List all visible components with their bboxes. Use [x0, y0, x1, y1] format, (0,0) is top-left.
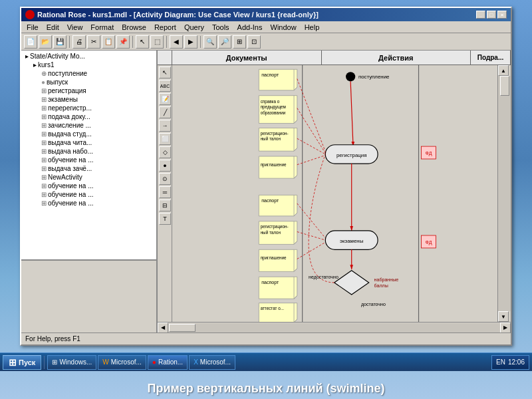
tree-item-kurs1[interactable]: ▸ kurs1 — [23, 61, 155, 69]
tree-item-stateactivity[interactable]: ▸ State/Activity Mo... — [23, 52, 155, 61]
menu-format[interactable]: Format — [86, 23, 118, 32]
tree-item-vydacha-stud[interactable]: ⊞ выдача студ... — [23, 130, 155, 138]
tree-item-vydacha-nab[interactable]: ⊞ выдача набо... — [23, 147, 155, 156]
decision-diamond — [334, 271, 369, 295]
taskbar-btn-microsof1[interactable]: W Microsof... — [98, 355, 146, 370]
tool-decision[interactable]: ◇ — [159, 146, 171, 158]
tree-item-podacha[interactable]: ⊞ подача доку... — [23, 112, 155, 121]
taskbar-btn-icon4: X — [194, 358, 198, 366]
h-scroll-thumb[interactable] — [169, 324, 196, 332]
menu-tools[interactable]: Tools — [208, 23, 233, 32]
toolbar-copy[interactable]: 📋 — [102, 35, 115, 49]
tool-final[interactable]: ⊙ — [159, 173, 171, 185]
scroll-right-btn[interactable]: ▶ — [500, 323, 511, 333]
minimize-button[interactable]: _ — [476, 11, 485, 19]
menu-help[interactable]: Help — [301, 23, 324, 32]
swimlane-header-docs: Документы — [172, 51, 322, 65]
tool-state[interactable]: ⬜ — [159, 133, 171, 145]
toolbar-arrow[interactable]: ↖ — [136, 35, 149, 49]
toolbar-open[interactable]: 📂 — [39, 35, 52, 49]
note-pasport-1-text: паспорт — [261, 72, 279, 78]
tree-item-vydacha-zach[interactable]: ⊞ выдача зачё... — [23, 164, 155, 173]
tool-line[interactable]: ╱ — [159, 106, 171, 118]
swimlane-header-dept: Подра... — [471, 51, 511, 65]
toolbar-zoom-out[interactable]: 🔎 — [218, 35, 231, 49]
taskbar-btn-windows[interactable]: ⊞ Windows... — [47, 355, 96, 370]
menu-addins[interactable]: Add-Ins — [233, 23, 267, 32]
scroll-left-btn[interactable]: ◀ — [158, 323, 168, 333]
toolbar-print[interactable]: 🖨 — [72, 35, 86, 49]
toolbar-fit[interactable]: ⊞ — [233, 35, 246, 49]
start-button[interactable]: ⊞ Пуск — [3, 355, 41, 370]
tree-item-zachis[interactable]: ⊞ зачисление ... — [23, 121, 155, 130]
status-bar: For Help, press F1 — [21, 332, 511, 344]
tree-item-obuch4[interactable]: ⊞ обучение на ... — [23, 199, 155, 207]
tree-item-vypusk[interactable]: ● выпуск — [23, 78, 155, 86]
taskbar-btn-microsof2[interactable]: X Microsof... — [189, 355, 235, 370]
tree-item-reg[interactable]: ⊞ регистрация — [23, 86, 155, 95]
tree-item-exam[interactable]: ⊞ экзамены — [23, 95, 155, 104]
tree-item-postupl[interactable]: ⊕ поступление — [23, 69, 155, 78]
toolbar-cut[interactable]: ✂ — [87, 35, 100, 49]
content-area: ▸ State/Activity Mo... ▸ kurs1 ⊕ поступл… — [21, 51, 511, 332]
scroll-down-btn[interactable]: ▼ — [498, 311, 509, 322]
note-prigl-2 — [259, 249, 297, 271]
menu-file[interactable]: File — [23, 23, 43, 32]
menu-browse[interactable]: Browse — [118, 23, 150, 32]
tree-item-label: обучение на ... — [48, 200, 94, 207]
toolbar-paste[interactable]: 📌 — [116, 35, 130, 49]
toolbar-overview[interactable]: ⊡ — [247, 35, 261, 49]
bottom-caption: Пример вертикальных линий (swimline) — [0, 382, 532, 396]
swimlane-dept-label: Подра... — [477, 54, 504, 61]
toolbar-fwd[interactable]: ▶ — [184, 35, 198, 49]
tool-note[interactable]: 📝 — [159, 93, 171, 105]
menu-view[interactable]: View — [63, 23, 87, 32]
tree-folder-icon: ⊞ — [41, 182, 47, 190]
swimlane-headers: Документы Действия Подра... — [158, 51, 511, 65]
sys-tray: EN 12:06 — [491, 355, 529, 370]
tool-swimlane[interactable]: ⊟ — [159, 200, 171, 211]
tree-item-label: перерегистр... — [48, 104, 92, 112]
taskbar-btn-ration[interactable]: ● Ration... — [148, 355, 188, 370]
scroll-track — [498, 76, 511, 311]
status-text: For Help, press F1 — [25, 335, 80, 342]
nabr-label1: набранные — [374, 277, 399, 283]
menu-window[interactable]: Window — [267, 23, 301, 32]
maximize-button[interactable]: □ — [487, 11, 496, 19]
window-title: Rational Rose - kurs1.mdl - [Activity Di… — [37, 11, 319, 19]
toolbar-select[interactable]: ⬚ — [150, 35, 164, 49]
tool-initial[interactable]: ● — [159, 160, 171, 172]
tree-item-label: экзамены — [48, 96, 78, 103]
tree-item-obuch3[interactable]: ⊞ обучение на ... — [23, 190, 155, 199]
tool-sync[interactable]: ═ — [159, 186, 171, 198]
scroll-up-btn[interactable]: ▲ — [498, 65, 509, 76]
tree-leaf-icon: ⊞ — [41, 104, 47, 112]
toolbar-back[interactable]: ◀ — [170, 35, 183, 49]
tree-item-rereg[interactable]: ⊞ перерегистр... — [23, 104, 155, 112]
tree-item-obuch1[interactable]: ⊞ обучение на ... — [23, 156, 155, 164]
tool-text[interactable]: T — [159, 213, 171, 225]
toolbar-zoom-in[interactable]: 🔍 — [203, 35, 217, 49]
tree-item-obuch2[interactable]: ⊞ обучение на ... — [23, 182, 155, 190]
tree-item-vydacha-chit[interactable]: ⊞ выдача чита... — [23, 138, 155, 147]
tree-expand-icon: ▸ — [25, 53, 29, 60]
close-button[interactable]: × — [497, 11, 507, 19]
note-spravka-text3: образовании — [261, 110, 286, 116]
tool-arrow[interactable]: → — [159, 120, 171, 132]
tool-abc[interactable]: ABC — [159, 80, 171, 92]
menu-query[interactable]: Query — [180, 23, 208, 32]
tool-select[interactable]: ↖ — [159, 66, 171, 78]
tree-leaf-icon: ⊞ — [41, 174, 47, 181]
tree-item-newact[interactable]: ⊞ NewActivity — [23, 173, 155, 182]
taskbar-btn-label3: Ration... — [158, 358, 183, 366]
menu-edit[interactable]: Edit — [43, 23, 63, 32]
tree-leaf-icon: ⊞ — [41, 113, 47, 120]
toolbar-sep1 — [69, 36, 70, 48]
swimlane-header-actions: Действия — [322, 51, 471, 65]
toolbar-save[interactable]: 💾 — [53, 35, 66, 49]
right-scrollbar: ▲ ▼ — [497, 65, 511, 322]
swimlane-docs-label: Документы — [226, 54, 267, 62]
scroll-thumb[interactable] — [500, 76, 509, 96]
menu-report[interactable]: Report — [150, 23, 180, 32]
toolbar-new[interactable]: 📄 — [24, 35, 37, 49]
